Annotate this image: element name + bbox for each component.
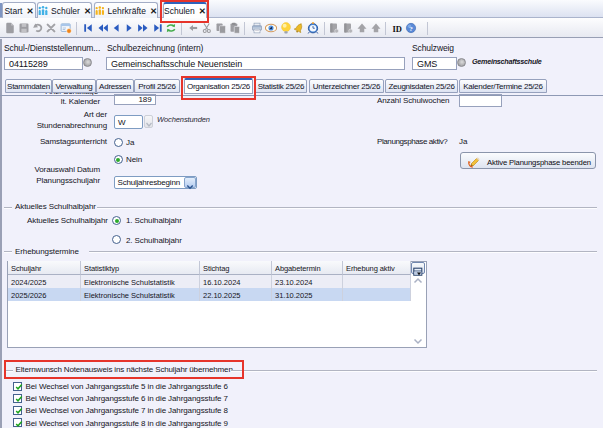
- svg-text:?: ?: [409, 25, 413, 33]
